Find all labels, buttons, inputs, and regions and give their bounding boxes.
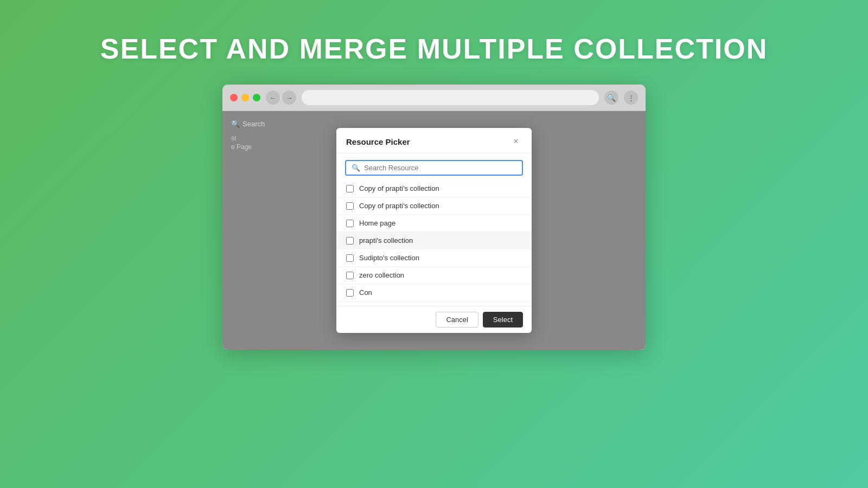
search-input[interactable] <box>364 164 516 172</box>
forward-button[interactable]: → <box>282 91 296 105</box>
list-item[interactable]: Home page <box>336 215 532 232</box>
browser-content: 🔍 Search st e Page Resource Picker × 🔍 <box>222 111 646 350</box>
list-item-label: Home page <box>359 219 395 227</box>
browser-chrome: ← → 🔍 ⋮ <box>222 85 646 111</box>
list-item-checkbox[interactable] <box>346 237 354 245</box>
nav-arrows: ← → <box>266 91 296 105</box>
modal-search-area: 🔍 <box>336 153 532 180</box>
traffic-light-red[interactable] <box>230 94 238 101</box>
modal-footer: Cancel Select <box>336 306 532 333</box>
traffic-light-yellow[interactable] <box>241 94 249 101</box>
search-icon: 🔍 <box>352 164 360 172</box>
menu-icon[interactable]: ⋮ <box>624 91 638 105</box>
list-item-checkbox[interactable] <box>346 185 354 192</box>
list-item-label: Copy of prapti's collection <box>359 184 439 192</box>
list-item-label: zero collection <box>359 271 404 279</box>
list-item-label: Con <box>359 288 372 297</box>
modal-overlay: Resource Picker × 🔍 Copy of prapti's col… <box>222 111 646 350</box>
list-item[interactable]: Copy of prapti's collection <box>336 197 532 215</box>
list-item-checkbox[interactable] <box>346 289 354 297</box>
list-item-label: Copy of prapti's collection <box>359 202 439 210</box>
list-item-checkbox[interactable] <box>346 220 354 227</box>
list-item[interactable]: Copy of prapti's collection <box>336 180 532 197</box>
modal-close-button[interactable]: × <box>510 136 522 147</box>
address-bar[interactable] <box>302 90 599 105</box>
list-item[interactable]: prapti's collection <box>336 232 532 249</box>
list-item-label: Sudipto's collection <box>359 254 419 262</box>
traffic-light-green[interactable] <box>253 94 260 101</box>
back-button[interactable]: ← <box>266 91 280 105</box>
list-item[interactable]: Con <box>336 284 532 301</box>
resource-picker-modal: Resource Picker × 🔍 Copy of prapti's col… <box>336 128 532 333</box>
list-item-checkbox[interactable] <box>346 202 354 210</box>
list-item[interactable]: zero collection <box>336 267 532 284</box>
list-item-checkbox[interactable] <box>346 272 354 279</box>
modal-title: Resource Picker <box>346 137 410 146</box>
collection-list: Copy of prapti's collectionCopy of prapt… <box>336 180 532 306</box>
browser-window: ← → 🔍 ⋮ 🔍 Search st e Page Resource Pick… <box>222 85 646 350</box>
list-item-label: prapti's collection <box>359 236 413 245</box>
list-item[interactable]: Sudipto's collection <box>336 249 532 267</box>
search-browser-icon[interactable]: 🔍 <box>604 91 618 105</box>
cancel-button[interactable]: Cancel <box>436 312 478 328</box>
select-button[interactable]: Select <box>483 312 523 328</box>
modal-header: Resource Picker × <box>336 128 532 153</box>
search-box: 🔍 <box>345 160 523 176</box>
list-item-checkbox[interactable] <box>346 254 354 262</box>
page-title: SELECT AND MERGE MULTIPLE COLLECTION <box>100 33 768 65</box>
traffic-lights <box>230 94 260 101</box>
